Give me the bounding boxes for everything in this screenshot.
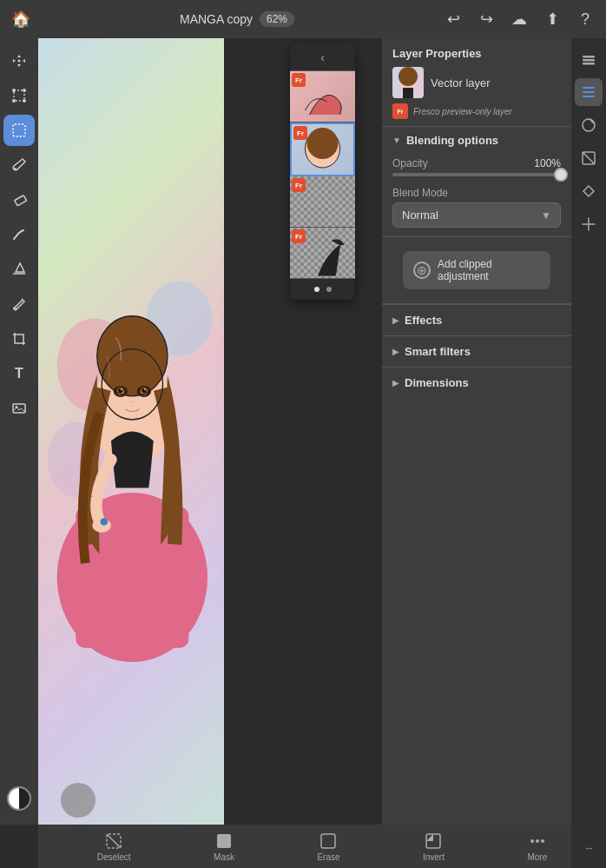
nav-dot-1[interactable] bbox=[314, 287, 319, 292]
layer-thumb-1[interactable]: Fr bbox=[290, 71, 355, 122]
svg-point-27 bbox=[121, 388, 122, 390]
effects-label: Effects bbox=[405, 314, 442, 327]
blending-arrow-icon: ▼ bbox=[392, 136, 401, 145]
svg-rect-37 bbox=[583, 63, 595, 65]
layer-badge-1: Fr bbox=[292, 73, 306, 87]
svg-rect-8 bbox=[15, 195, 27, 206]
svg-point-25 bbox=[118, 388, 122, 393]
layers-panel: ‹ Fr Fr Fr Fr bbox=[290, 43, 355, 300]
nav-dot-2[interactable] bbox=[326, 287, 332, 292]
panel-title: Layer Properties bbox=[392, 47, 561, 60]
transform-tool[interactable] bbox=[3, 80, 35, 111]
layer-item-1[interactable]: Fr bbox=[290, 71, 355, 123]
top-bar-center: MANGA copy 62% bbox=[180, 11, 294, 27]
redo-button[interactable]: ↪ bbox=[476, 9, 497, 30]
opacity-slider[interactable] bbox=[392, 173, 561, 176]
help-button[interactable]: ? bbox=[575, 9, 596, 30]
dimensions-section[interactable]: ▶ Dimensions bbox=[382, 367, 571, 398]
svg-point-53 bbox=[536, 839, 539, 843]
top-bar: 🏠 MANGA copy 62% ↩ ↪ ☁ ⬆ ? bbox=[0, 0, 606, 38]
eyedropper-tool[interactable] bbox=[3, 288, 35, 320]
blend-mode-value: Normal bbox=[402, 209, 438, 222]
eraser-tool[interactable] bbox=[3, 184, 35, 215]
erase-button[interactable]: Erase bbox=[317, 832, 339, 862]
svg-rect-38 bbox=[583, 87, 595, 89]
blend-mode-selector[interactable]: Normal ▼ bbox=[392, 202, 561, 228]
strip-adjustments-icon[interactable] bbox=[575, 111, 603, 139]
canvas-handle[interactable] bbox=[61, 783, 96, 818]
image-tool[interactable] bbox=[3, 393, 35, 424]
fill-tool[interactable] bbox=[3, 254, 35, 285]
blend-mode-chevron-icon: ▼ bbox=[541, 209, 551, 222]
svg-point-4 bbox=[12, 99, 16, 103]
layer-thumb-2[interactable]: Fr bbox=[292, 124, 353, 175]
strip-mask-icon[interactable] bbox=[575, 144, 603, 172]
selection-tool[interactable] bbox=[3, 115, 35, 146]
layer-item-4[interactable]: Fr bbox=[290, 228, 355, 279]
canvas-area[interactable] bbox=[38, 38, 224, 825]
brush-tool[interactable] bbox=[3, 149, 35, 181]
top-bar-right: ↩ ↪ ☁ ⬆ ? bbox=[443, 9, 596, 30]
document-title: MANGA copy bbox=[180, 12, 253, 26]
svg-point-54 bbox=[541, 839, 544, 843]
svg-point-34 bbox=[307, 128, 339, 159]
strip-transform-icon[interactable] bbox=[575, 177, 603, 205]
blending-options-body: Opacity 100% Blend Mode Normal ▼ bbox=[382, 154, 571, 236]
opacity-row: Opacity 100% bbox=[392, 157, 561, 169]
layers-panel-header: ‹ bbox=[290, 43, 355, 71]
opacity-thumb[interactable] bbox=[554, 168, 568, 182]
layer-name: Vector layer bbox=[431, 76, 491, 89]
svg-point-45 bbox=[399, 67, 418, 86]
add-clipped-section: ⊕ Add clipped adjustment bbox=[382, 237, 571, 304]
crop-tool[interactable] bbox=[3, 323, 35, 354]
svg-rect-39 bbox=[583, 91, 595, 93]
svg-point-7 bbox=[14, 168, 16, 170]
layers-panel-collapse[interactable]: ‹ bbox=[320, 50, 325, 64]
home-icon[interactable]: 🏠 bbox=[10, 9, 31, 30]
color-selector[interactable] bbox=[7, 786, 31, 811]
invert-label: Invert bbox=[423, 852, 445, 862]
layer-properties-section: Layer Properties Vector layer Fr Fresco … bbox=[382, 38, 571, 127]
cloud-sync-icon[interactable]: ☁ bbox=[509, 9, 530, 30]
strip-more-icon[interactable]: ··· bbox=[575, 833, 603, 861]
svg-rect-6 bbox=[13, 124, 25, 136]
svg-rect-40 bbox=[583, 96, 595, 97]
opacity-label: Opacity bbox=[392, 157, 428, 169]
svg-point-30 bbox=[101, 518, 109, 526]
svg-point-3 bbox=[23, 89, 26, 92]
effects-section[interactable]: ▶ Effects bbox=[382, 304, 571, 335]
layer-badge-4: Fr bbox=[292, 229, 306, 243]
smudge-tool[interactable] bbox=[3, 219, 35, 250]
strip-layers-icon[interactable] bbox=[575, 45, 603, 73]
strip-heal-icon[interactable] bbox=[575, 210, 603, 238]
add-clipped-button[interactable]: ⊕ Add clipped adjustment bbox=[403, 251, 550, 289]
svg-point-52 bbox=[530, 839, 534, 843]
more-label: More bbox=[527, 852, 547, 862]
svg-rect-49 bbox=[217, 834, 231, 848]
top-bar-left: 🏠 bbox=[10, 9, 31, 30]
fresco-icon: Fr bbox=[392, 103, 408, 119]
layer-thumb-4[interactable]: Fr bbox=[290, 228, 355, 278]
move-tool[interactable] bbox=[3, 45, 35, 76]
more-button[interactable]: More bbox=[527, 832, 547, 862]
layer-item-2[interactable]: Fr bbox=[290, 123, 355, 176]
export-button[interactable]: ⬆ bbox=[542, 9, 563, 30]
layer-item-3[interactable]: Fr bbox=[290, 176, 355, 228]
smart-filters-section[interactable]: ▶ Smart filters bbox=[382, 335, 571, 367]
mask-label: Mask bbox=[214, 852, 234, 862]
deselect-button[interactable]: Deselect bbox=[97, 832, 131, 862]
right-icon-strip: ··· bbox=[571, 38, 606, 868]
undo-button[interactable]: ↩ bbox=[443, 9, 464, 30]
layer-thumb-3[interactable]: Fr bbox=[290, 176, 355, 227]
zoom-level[interactable]: 62% bbox=[260, 11, 294, 27]
mask-button[interactable]: Mask bbox=[214, 832, 234, 862]
blending-options-header[interactable]: ▼ Blending options bbox=[382, 127, 571, 154]
add-clipped-icon: ⊕ bbox=[413, 262, 431, 279]
type-tool[interactable]: T bbox=[3, 358, 35, 389]
invert-button[interactable]: Invert bbox=[423, 832, 445, 862]
layer-badge-3: Fr bbox=[292, 178, 306, 192]
strip-properties-icon[interactable] bbox=[575, 78, 603, 106]
deselect-label: Deselect bbox=[97, 852, 131, 862]
dimensions-arrow-icon: ▶ bbox=[392, 378, 399, 388]
layer-badge-2: Fr bbox=[293, 126, 307, 140]
